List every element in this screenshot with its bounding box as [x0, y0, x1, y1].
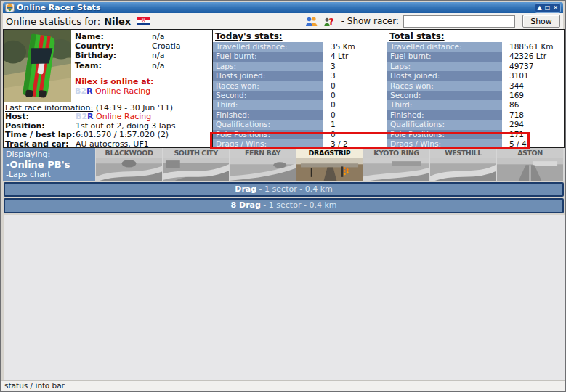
- track-thumbnail-kyoto-ring[interactable]: KYOTO RING: [363, 148, 429, 181]
- displaying-line1: -Online PB's: [6, 159, 95, 170]
- track-thumbnail-westhill[interactable]: WESTHILL: [430, 148, 496, 181]
- stat-row: Qualifications:294: [387, 120, 564, 129]
- track-thumbnail-fern-bay[interactable]: FERN BAY: [230, 148, 296, 181]
- track-image: [230, 158, 296, 181]
- stat-row: Laps:49737: [387, 62, 564, 71]
- header-bar: Online statistics for: Nilex ? - Show ra…: [3, 13, 563, 29]
- track-thumbnail-south-city[interactable]: SOUTH CITY: [163, 148, 229, 181]
- stat-row: Hosts joined:3101: [387, 71, 564, 81]
- track-image: [296, 158, 363, 181]
- chart-bar-drag[interactable]: Drag - 1 sector - 0.4 km: [4, 182, 564, 197]
- stat-row: Travelled distance:188561 Km: [387, 42, 564, 52]
- field-value: Croatia: [152, 41, 181, 51]
- stat-row: Third:86: [387, 100, 564, 110]
- stat-row: Third:0: [213, 100, 387, 110]
- track-image: [497, 158, 563, 181]
- track-thumbnail-blackwood[interactable]: BLACKWOOD: [96, 148, 162, 181]
- stat-row: Travelled distance:35 Km: [213, 42, 387, 52]
- total-stats-column: Total stats: Travelled distance:188561 K…: [387, 30, 564, 147]
- track-thumbnail-aston[interactable]: ASTON: [497, 148, 563, 181]
- stat-row: Hosts joined:3: [213, 71, 387, 81]
- displaying-line2: -Laps chart: [6, 170, 95, 179]
- stat-row: Pole Positions:0: [213, 130, 387, 139]
- croatia-flag-icon: [137, 17, 150, 25]
- stat-row-drags-wins: Drags / Wins:3 / 2: [213, 139, 387, 147]
- main-stats-panel: Name:n/a Country:Croatia Birthday:n/a Te…: [3, 29, 565, 148]
- stat-row: Fuel burnt:42326 Ltr: [387, 52, 564, 61]
- stat-row: Finished:0: [213, 110, 387, 120]
- today-stats-column: Today's stats: Travelled distance:35 Km …: [212, 30, 387, 147]
- stat-row: Laps:3: [213, 62, 387, 71]
- field-label: Team:: [75, 61, 152, 70]
- show-racer-group: ? - Show racer: Show: [305, 15, 560, 28]
- total-stats-heading: Total stats:: [387, 30, 564, 42]
- today-stats-heading: Today's stats:: [213, 30, 387, 42]
- status-bar: status / info bar: [1, 380, 565, 391]
- maximize-button[interactable]: □: [545, 4, 551, 12]
- displaying-heading: Displaying:: [6, 150, 95, 159]
- window-controls: ▲ □ ✕: [535, 3, 561, 13]
- shade-button[interactable]: ▲: [538, 4, 542, 12]
- stat-row: Fuel burnt:4 Ltr: [213, 52, 387, 61]
- chart-content-area: [4, 215, 565, 381]
- field-value: n/a: [152, 61, 164, 70]
- field-label: Name:: [75, 32, 152, 41]
- track-thumbnail-dragstrip[interactable]: DRAGSTRIP: [296, 148, 363, 181]
- stat-row: Qualifications:1: [213, 120, 387, 129]
- online-at-heading: Nilex is online at:: [75, 77, 181, 86]
- profile-block: Name:n/a Country:Croatia Birthday:n/a Te…: [4, 30, 212, 103]
- chart-bar-8drag[interactable]: 8 Drag - 1 sector - 0.4 km: [4, 198, 564, 213]
- displaying-panel: Displaying: -Online PB's -Laps chart: [3, 148, 95, 181]
- track-thumbnails-strip: Displaying: -Online PB's -Laps chart BLA…: [3, 148, 565, 181]
- field-label: Birthday:: [75, 51, 152, 60]
- field-value: n/a: [152, 51, 164, 60]
- profile-column: Name:n/a Country:Croatia Birthday:n/a Te…: [4, 30, 212, 147]
- window-title: Online Racer Stats: [17, 3, 535, 12]
- stat-row-drags-wins: Drags / Wins:5 / 4: [387, 139, 564, 147]
- stat-row: Finished:718: [387, 110, 564, 120]
- field-row: Birthday:n/a: [75, 51, 181, 60]
- track-image: [163, 158, 229, 181]
- profile-fields: Name:n/a Country:Croatia Birthday:n/a Te…: [75, 30, 181, 103]
- show-button[interactable]: Show: [522, 15, 560, 28]
- last-race-timestamp: (14:19 - 30 Jun '11): [93, 103, 173, 113]
- unknown-racer-icon[interactable]: ?: [323, 16, 336, 26]
- total-stats-rows: Travelled distance:188561 Km Fuel burnt:…: [387, 42, 564, 147]
- field-label: Country:: [75, 41, 152, 51]
- racers-list-icon[interactable]: [305, 16, 318, 26]
- racer-name: Nilex: [104, 16, 131, 27]
- track-image: [430, 158, 496, 181]
- stat-row: Second:169: [387, 91, 564, 100]
- title-bar[interactable]: Online Racer Stats ▲ □ ✕: [3, 2, 563, 13]
- stat-row: Races won:344: [387, 81, 564, 91]
- stat-row: Races won:0: [213, 81, 387, 91]
- track-image: [96, 158, 162, 181]
- close-button[interactable]: ✕: [553, 4, 558, 12]
- field-row: Name:n/a: [75, 32, 181, 41]
- field-row: Country:Croatia: [75, 41, 181, 51]
- app-icon: [5, 3, 15, 12]
- show-racer-input[interactable]: [403, 15, 515, 28]
- statistics-for-label: Online statistics for:: [6, 16, 100, 27]
- field-row: Team:n/a: [75, 61, 181, 70]
- stat-row: Pole Positions:171: [387, 130, 564, 139]
- track-image: [363, 158, 429, 181]
- svg-text:?: ?: [328, 17, 333, 27]
- online-host-link[interactable]: B2R Online Racing: [75, 86, 181, 96]
- racer-car-photo: [4, 30, 71, 102]
- show-racer-label: - Show racer:: [341, 16, 399, 26]
- last-race-block: Last race information: (14:19 - 30 Jun '…: [4, 103, 212, 147]
- last-race-heading: Last race information:: [5, 103, 93, 113]
- field-value: n/a: [152, 32, 164, 41]
- online-racer-stats-window: Online Racer Stats ▲ □ ✕ Online statisti…: [0, 0, 566, 392]
- track-car-row: Track and car:AU autocross, UF1: [5, 140, 212, 147]
- today-stats-rows: Travelled distance:35 Km Fuel burnt:4 Lt…: [213, 42, 387, 147]
- stat-row: Second:0: [213, 91, 387, 100]
